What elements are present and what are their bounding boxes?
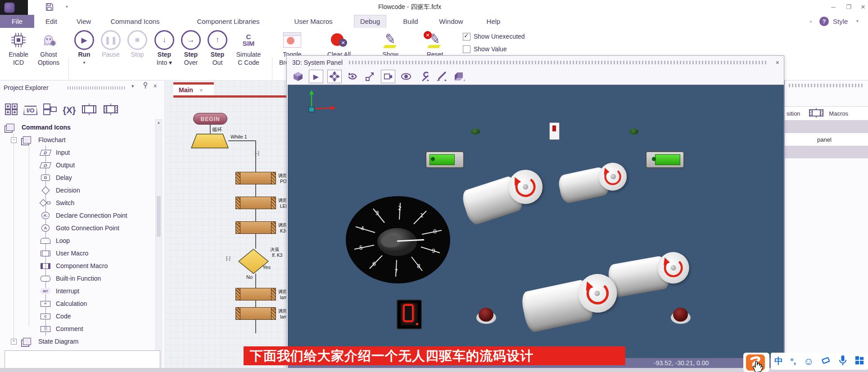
menu-window[interactable]: Window bbox=[434, 15, 468, 28]
tree-item-interrupt[interactable]: INT Interrupt bbox=[0, 285, 192, 297]
tree-item-calculation[interactable]: = Calculation bbox=[0, 297, 192, 310]
dome-button-component[interactable] bbox=[479, 308, 493, 322]
tree-item-goto-connection-point[interactable]: A Goto Connection Point bbox=[0, 222, 192, 234]
flow-begin-block[interactable]: BEGIN bbox=[193, 113, 227, 125]
brush-size-icon[interactable]: °, bbox=[790, 356, 796, 366]
flow-component-macro-4[interactable] bbox=[235, 288, 276, 300]
panel-dropdown-icon[interactable]: ▾ bbox=[131, 83, 134, 89]
3d-cube-icon[interactable] bbox=[291, 70, 305, 83]
tab-main[interactable]: Main × bbox=[173, 85, 214, 95]
play-simulation-icon[interactable]: ▶ bbox=[309, 70, 323, 83]
scrollbar-thumb[interactable] bbox=[157, 196, 161, 237]
3d-panel-close-icon[interactable]: × bbox=[776, 59, 779, 66]
led-bar-component[interactable] bbox=[646, 151, 684, 168]
menu-edit[interactable]: Edit bbox=[40, 15, 63, 28]
seven-segment-display[interactable] bbox=[397, 300, 422, 329]
flow-collapse-marker-2[interactable]: [-] bbox=[226, 255, 231, 261]
tree-item-delay[interactable]: D Delay bbox=[0, 171, 192, 184]
tree-item-switch[interactable]: Switch bbox=[0, 197, 192, 209]
dome-button-component[interactable] bbox=[673, 308, 688, 322]
flow-while-block[interactable] bbox=[190, 133, 229, 149]
step-out-button[interactable]: ↑ Step Out bbox=[204, 30, 231, 67]
tree-item-state-diagram[interactable]: + State Diagram bbox=[0, 335, 164, 348]
flow-component-macro-2[interactable] bbox=[235, 197, 276, 209]
component-macro-palette-icon[interactable] bbox=[103, 103, 119, 117]
flow-component-macro-1[interactable] bbox=[235, 172, 276, 184]
tree-item-component-macro[interactable]: Component Macro bbox=[0, 260, 192, 272]
layout-grid-icon[interactable] bbox=[854, 355, 864, 367]
quickbar-dropdown-icon[interactable]: ▾ bbox=[66, 4, 68, 9]
app-icon[interactable] bbox=[4, 2, 15, 13]
paint-tool-icon[interactable] bbox=[434, 70, 448, 83]
collapse-icon[interactable]: − bbox=[11, 137, 17, 143]
tree-item-decision[interactable]: Decision bbox=[0, 184, 192, 197]
stop-button[interactable]: ■ Stop bbox=[125, 30, 150, 58]
io-palette-icon[interactable]: I/O bbox=[23, 106, 37, 115]
switch-component[interactable] bbox=[549, 122, 560, 140]
expand-icon[interactable]: + bbox=[11, 339, 17, 345]
material-cube-icon[interactable] bbox=[452, 70, 466, 83]
wrench-tool-icon[interactable] bbox=[417, 70, 430, 83]
panel-drag-handle[interactable] bbox=[68, 86, 126, 90]
resize-tool-icon[interactable] bbox=[363, 70, 377, 83]
menu-user-macros[interactable]: User Macros bbox=[286, 15, 340, 28]
step-over-button[interactable]: → Step Over bbox=[178, 30, 204, 67]
enable-icd-button[interactable]: Enable ICD bbox=[5, 30, 32, 67]
pointer-tool-icon[interactable]: 中 bbox=[774, 355, 783, 367]
eraser-tool-icon[interactable] bbox=[821, 356, 831, 367]
position-header-fragment[interactable]: sition bbox=[787, 110, 800, 117]
flow-component-macro-3[interactable] bbox=[235, 221, 276, 234]
tree-item-input[interactable]: D Input bbox=[0, 146, 192, 159]
macros-row[interactable] bbox=[785, 146, 868, 158]
ribbon-collapse-icon[interactable]: ˄ bbox=[809, 19, 812, 24]
save-icon[interactable] bbox=[45, 3, 54, 13]
3d-panel-drag-handle[interactable] bbox=[349, 61, 768, 64]
style-caret-icon[interactable]: ▾ bbox=[856, 18, 859, 23]
flow-component-macro-5[interactable] bbox=[235, 307, 276, 320]
tree-scrollbar[interactable]: ▲ ▼ bbox=[155, 119, 162, 368]
tab-close-icon[interactable]: × bbox=[199, 87, 203, 94]
simulate-c-code-button[interactable]: C SIM Simulate C Code bbox=[231, 30, 266, 67]
run-button[interactable]: ▶ Run ▾ bbox=[72, 30, 96, 67]
show-value-checkbox[interactable]: Show Value bbox=[463, 44, 525, 54]
tree-item-flowchart[interactable]: − Flowchart bbox=[0, 134, 164, 146]
move-tool-icon[interactable] bbox=[327, 70, 342, 83]
macros-header[interactable]: Macros bbox=[829, 110, 848, 117]
minimize-button[interactable]: ─ bbox=[827, 3, 839, 12]
small-led-component[interactable] bbox=[629, 129, 638, 134]
ghost-options-button[interactable]: Ghost Options bbox=[34, 30, 63, 67]
menu-help[interactable]: Help bbox=[481, 15, 506, 28]
menu-view[interactable]: View bbox=[71, 15, 96, 28]
menu-component-libraries[interactable]: Component Libraries bbox=[186, 15, 270, 28]
led-bar-component[interactable] bbox=[425, 151, 464, 168]
rotary-dial-component[interactable]: 0 1 2 3 4 5 6 7 8 9 bbox=[344, 195, 452, 285]
tree-item-user-macro[interactable]: User Macro bbox=[0, 247, 192, 260]
close-button[interactable]: ✕ bbox=[857, 3, 868, 12]
step-into-button[interactable]: ↓ Step Into ▾ bbox=[151, 30, 177, 67]
menu-build[interactable]: Build bbox=[398, 15, 423, 28]
microphone-icon[interactable] bbox=[838, 355, 847, 368]
restore-button[interactable]: ❐ bbox=[843, 3, 854, 12]
visibility-eye-icon[interactable] bbox=[399, 70, 413, 83]
rotate-tool-icon[interactable] bbox=[346, 70, 359, 83]
small-led-component[interactable] bbox=[471, 129, 480, 134]
select-tool-icon[interactable] bbox=[381, 70, 395, 83]
user-macro-palette-icon[interactable] bbox=[81, 103, 97, 117]
show-unexecuted-checkbox[interactable]: Show Unexecuted bbox=[463, 31, 525, 41]
tree-item-declare-connection-point[interactable]: A: Declare Connection Point bbox=[0, 209, 192, 222]
tree-item-built-in-function[interactable]: Built-in Function bbox=[0, 272, 192, 285]
macros-row[interactable] bbox=[785, 121, 868, 133]
panel-close-icon[interactable]: ✕ bbox=[153, 83, 157, 89]
pin-icon[interactable] bbox=[142, 82, 149, 90]
tree-item-loop[interactable]: Loop bbox=[0, 234, 192, 247]
variables-palette-icon[interactable]: {X} bbox=[63, 105, 76, 116]
emoji-tool-icon[interactable]: ☺ bbox=[803, 355, 814, 368]
3d-panel-titlebar[interactable]: 3D: System Panel × bbox=[287, 56, 784, 69]
pause-button[interactable]: ❚❚ Pause bbox=[98, 30, 123, 58]
flow-decision-block[interactable] bbox=[237, 248, 270, 274]
tree-item-command-icons[interactable]: Command Icons bbox=[0, 121, 159, 134]
clear-all-button[interactable]: ✕ Clear All bbox=[324, 30, 354, 58]
tree-item-output[interactable]: O Output bbox=[0, 159, 192, 171]
menu-debug[interactable]: Debug bbox=[354, 15, 386, 29]
tree-item-code[interactable]: c Code bbox=[0, 310, 192, 323]
